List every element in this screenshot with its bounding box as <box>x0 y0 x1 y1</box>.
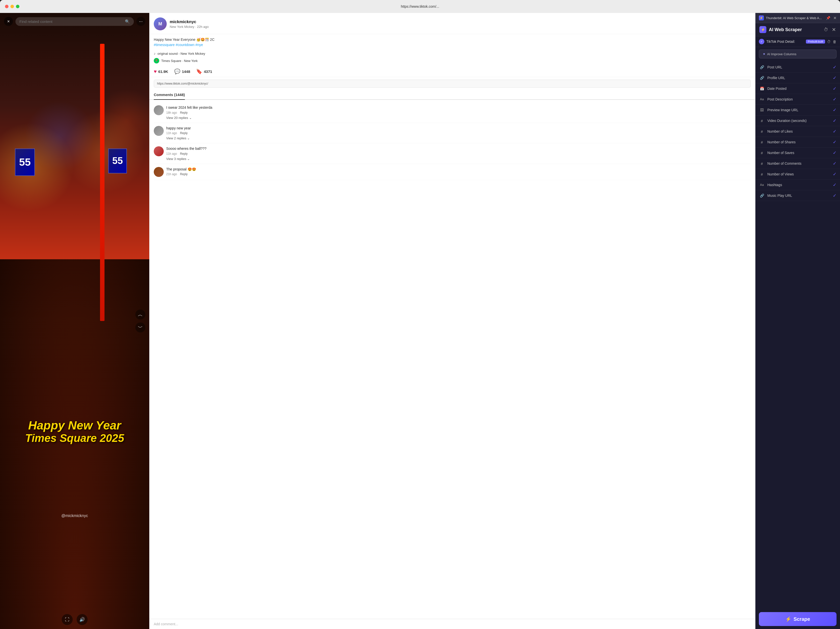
field-item-post-url[interactable]: 🔗 Post URL ✓ <box>755 62 840 73</box>
location-text: Times Square · New York <box>161 59 197 63</box>
arrow-down-button[interactable]: ﹀ <box>135 322 145 332</box>
add-comment-bar[interactable]: Add comment... <box>149 619 755 629</box>
video-search-bar[interactable]: 🔍 <box>16 17 134 26</box>
text-icon: Aa <box>759 96 765 102</box>
scrape-button[interactable]: ⚡ Scrape <box>759 612 837 626</box>
comment-meta: 11h ago Reply <box>166 131 751 135</box>
comment-time: 11h ago <box>166 131 177 135</box>
comments-list: I swear 2024 felt like yesterda 18h ago … <box>149 100 755 619</box>
scraper-header: ⚡ AI Web Scraper ⏱ ✕ <box>755 23 840 36</box>
field-check-post-description: ✓ <box>833 96 837 102</box>
field-item-number-likes[interactable]: # Number of Likes ✓ <box>755 126 840 137</box>
field-label-number-shares: Number of Shares <box>767 140 830 144</box>
chevron-up-icon: ︿ <box>138 311 143 318</box>
field-item-profile-url[interactable]: 🔗 Profile URL ✓ <box>755 73 840 83</box>
scrape-icon: ⚡ <box>785 616 791 622</box>
reply-link[interactable]: Reply <box>180 111 188 114</box>
location-icon: 📍 <box>154 58 159 63</box>
number-icon: # <box>759 118 765 124</box>
tab-comments[interactable]: Comments (1448) <box>154 90 185 100</box>
reply-link[interactable]: Reply <box>180 172 188 176</box>
search-icon: 🔍 <box>125 19 130 24</box>
comment-item: I swear 2024 felt like yesterda 18h ago … <box>154 102 751 123</box>
field-label-number-saves: Number of Saves <box>767 151 830 155</box>
volume-button[interactable]: 🔊 <box>77 614 88 625</box>
ai-improve-columns-button[interactable]: ✦ AI Improve Columns <box>759 49 837 58</box>
field-check-post-url: ✓ <box>833 65 837 70</box>
field-label-date-posted: Date Posted <box>767 87 830 90</box>
thunderbit-logo: ⚡ <box>759 26 766 33</box>
description-text: Happy New Year Everyone 🥳🤩🎊 2C <box>154 38 215 41</box>
expand-button[interactable]: ⛶ <box>62 614 73 625</box>
sound-text: original sound - New York Mickey <box>158 52 205 55</box>
number-icon: # <box>759 139 765 145</box>
nye-text-overlay: Happy New Year Times Square 2025 <box>25 419 124 444</box>
scraper-title: AI Web Scraper <box>769 27 821 32</box>
video-close-button[interactable]: × <box>4 17 13 26</box>
window-chrome: https://www.tiktok.com/... <box>0 0 840 13</box>
image-icon: 🖼 <box>759 107 765 113</box>
comment-text: happy new year <box>166 126 751 131</box>
field-item-number-comments[interactable]: # Number of Comments ✓ <box>755 158 840 169</box>
pin-icon[interactable]: 📌 <box>826 16 830 20</box>
calendar-icon: 📅 <box>759 85 765 92</box>
field-label-number-views: Number of Views <box>767 172 830 176</box>
avatar: M <box>154 17 167 30</box>
nye-line2: Times Square 2025 <box>25 432 124 444</box>
link-icon: 🔗 <box>759 75 765 81</box>
search-input[interactable] <box>19 19 123 24</box>
history-icon[interactable]: ⏱ <box>824 27 828 32</box>
view-replies-button[interactable]: View 3 replies ⌄ <box>166 157 751 161</box>
view-replies-button[interactable]: View 20 replies ⌄ <box>166 116 751 120</box>
field-label-profile-url: Profile URL <box>767 76 830 80</box>
field-item-number-views[interactable]: # Number of Views ✓ <box>755 169 840 180</box>
template-bar: ✓ TikTok Post Detail: Prebuilt-built ⏱ 🗑 <box>755 36 840 47</box>
comment-time: 18h ago <box>166 111 177 114</box>
field-item-number-saves[interactable]: # Number of Saves ✓ <box>755 147 840 158</box>
maximize-button[interactable] <box>16 5 19 8</box>
close-scraper-button[interactable]: ✕ <box>832 27 836 33</box>
bookmarks-count: 4371 <box>204 70 212 74</box>
template-delete-icon[interactable]: 🗑 <box>833 40 837 44</box>
close-button[interactable] <box>5 5 8 8</box>
arrow-up-button[interactable]: ︿ <box>135 310 145 319</box>
bookmarks-stat: 🔖 4371 <box>196 68 212 74</box>
post-url-field[interactable]: https://www.tiktok.com/@mickmicknyc/ <box>154 80 751 88</box>
field-check-number-views: ✓ <box>833 171 837 177</box>
hashtag-countdown[interactable]: #countdown <box>176 43 194 47</box>
comment-item: Soooo wheres the ball??? 11h ago Reply V… <box>154 143 751 164</box>
field-item-music-play-url[interactable]: 🔗 Music Play URL ✓ <box>755 190 840 201</box>
field-item-number-shares[interactable]: # Number of Shares ✓ <box>755 137 840 147</box>
reply-link[interactable]: Reply <box>180 131 188 135</box>
field-item-hashtags[interactable]: Aa Hashtags ✓ <box>755 180 840 190</box>
poster-info: mickmicknyc New York Mickey · 22h ago <box>170 19 751 28</box>
field-label-post-url: Post URL <box>767 65 830 69</box>
comments-tabs: Comments (1448) <box>149 90 755 100</box>
comment-avatar <box>154 105 164 115</box>
field-item-post-description[interactable]: Aa Post Description ✓ <box>755 94 840 105</box>
hashtag-timessquare[interactable]: #timessquare <box>154 43 175 47</box>
reply-link[interactable]: Reply <box>180 152 188 155</box>
template-history-icon[interactable]: ⏱ <box>827 40 831 44</box>
minimize-button[interactable] <box>11 5 14 8</box>
close-extension-button[interactable]: ✕ <box>833 16 837 21</box>
billboard-55-right: 55 <box>108 149 127 174</box>
template-name[interactable]: TikTok Post Detail: <box>766 40 804 44</box>
comment-time: 21h ago <box>166 172 177 176</box>
field-item-preview-image-url[interactable]: 🖼 Preview Image URL ✓ <box>755 105 840 115</box>
text-icon: Aa <box>759 182 765 188</box>
field-label-preview-image-url: Preview Image URL <box>767 108 830 112</box>
hashtag-nye[interactable]: #nye <box>195 43 203 47</box>
comments-stat: 💬 1448 <box>174 68 190 74</box>
field-check-profile-url: ✓ <box>833 75 837 81</box>
field-item-date-posted[interactable]: 📅 Date Posted ✓ <box>755 83 840 94</box>
post-stats: ♥ 61.9K 💬 1448 🔖 4371 <box>149 66 755 77</box>
heart-icon: ♥ <box>154 69 157 74</box>
comment-icon: 💬 <box>174 68 180 74</box>
billboard-55-left: 55 <box>15 149 35 176</box>
more-options-button[interactable]: ··· <box>136 17 145 26</box>
post-panel: M mickmicknyc New York Mickey · 22h ago … <box>149 13 755 629</box>
comment-avatar <box>154 167 164 177</box>
view-replies-button[interactable]: View 2 replies ⌄ <box>166 136 751 140</box>
field-item-video-duration[interactable]: # Video Duration (seconds) ✓ <box>755 115 840 126</box>
